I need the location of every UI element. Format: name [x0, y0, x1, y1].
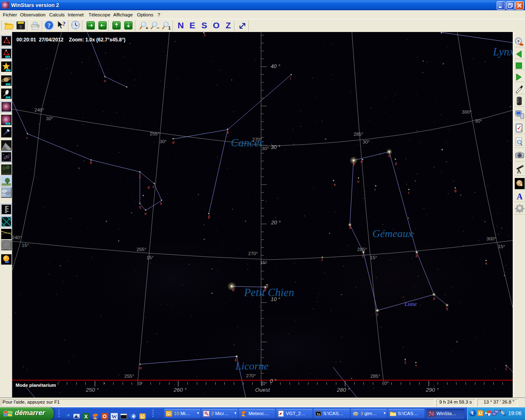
svg-text:α: α: [388, 153, 391, 158]
svg-text:Gémeaux: Gémeaux: [372, 228, 413, 240]
svg-text:Lynx: Lynx: [493, 46, 513, 58]
svg-text:γ: γ: [376, 312, 379, 316]
svg-text:δ: δ: [415, 253, 418, 258]
svg-text:255°: 255°: [124, 374, 134, 379]
svg-text:0 °: 0 °: [270, 378, 276, 384]
svg-text:260 °: 260 °: [173, 387, 187, 393]
svg-text:τ: τ: [408, 190, 409, 195]
svg-text:ρ: ρ: [395, 161, 397, 165]
svg-text:30°: 30°: [46, 116, 53, 121]
svg-text:X: X: [84, 413, 88, 420]
svg-text:240°: 240°: [12, 235, 22, 240]
svg-text:Licorne: Licorne: [235, 360, 269, 372]
svg-text:ι: ι: [26, 135, 27, 140]
svg-text:285°: 285°: [354, 132, 363, 137]
svg-text:ζ: ζ: [505, 366, 507, 371]
svg-text:δ: δ: [349, 225, 351, 230]
svg-text:Lune: Lune: [404, 301, 417, 307]
svg-text:Mode planétarium: Mode planétarium: [16, 383, 56, 388]
svg-text:15°: 15°: [498, 244, 505, 249]
svg-text:κ: κ: [485, 261, 487, 265]
svg-text:θ: θ: [90, 160, 92, 165]
svg-text:15°: 15°: [260, 260, 267, 265]
svg-text:W: W: [112, 413, 117, 420]
svg-text:20 °: 20 °: [271, 219, 281, 226]
svg-text:β: β: [208, 215, 210, 219]
svg-text:270°: 270°: [246, 373, 256, 378]
svg-text:α: α: [139, 365, 142, 370]
svg-text:ε: ε: [153, 184, 154, 189]
svg-text:?: ?: [62, 21, 66, 27]
svg-text:285°: 285°: [357, 247, 367, 252]
svg-text:μ: μ: [433, 296, 435, 300]
svg-text:00:20:01 27/04/2012 Zoom:: 00:20:01 27/04/2012 Zoom: 1.0x (62.7°x45…: [16, 37, 126, 43]
svg-text:σ: σ: [361, 159, 363, 164]
svg-text:λ: λ: [321, 257, 323, 262]
svg-text:285°: 285°: [370, 374, 380, 379]
svg-text:30 °: 30 °: [271, 144, 280, 150]
svg-text:ξ: ξ: [404, 360, 406, 365]
svg-text:250 °: 250 °: [85, 387, 99, 393]
svg-text:ζ: ζ: [362, 253, 364, 258]
svg-text:+: +: [146, 25, 148, 30]
svg-text:15°: 15°: [22, 243, 29, 248]
svg-text:240°: 240°: [34, 107, 44, 112]
svg-text:−: −: [157, 25, 159, 30]
svg-text:o: o: [104, 78, 106, 83]
svg-text:η: η: [446, 306, 448, 310]
svg-text:0°: 0°: [384, 381, 389, 386]
svg-text:15°: 15°: [370, 255, 377, 260]
svg-text:280 °: 280 °: [336, 387, 350, 393]
svg-text:Ouest: Ouest: [255, 387, 270, 393]
svg-text:δ: δ: [160, 201, 162, 205]
svg-text:Cancer: Cancer: [231, 137, 264, 149]
svg-text:θ: θ: [454, 189, 457, 193]
svg-text:255°: 255°: [150, 131, 160, 136]
svg-text:α: α: [232, 288, 235, 292]
svg-text:Petit Chien: Petit Chien: [244, 286, 294, 299]
svg-text:?: ?: [48, 22, 51, 29]
svg-text:300°: 300°: [462, 110, 472, 114]
svg-text:κ: κ: [334, 182, 336, 187]
svg-text:ι: ι: [290, 76, 291, 80]
svg-text:ρ: ρ: [148, 185, 150, 189]
svg-text:270°: 270°: [248, 251, 258, 256]
svg-text:30°: 30°: [160, 139, 167, 144]
svg-text:0°: 0°: [138, 381, 143, 386]
svg-text:7z: 7z: [317, 412, 320, 416]
svg-text:ζ: ζ: [139, 174, 141, 179]
svg-text:η: η: [139, 205, 141, 209]
svg-text:300°: 300°: [486, 236, 496, 241]
svg-text:σ: σ: [144, 211, 147, 216]
svg-text:15°: 15°: [146, 255, 153, 260]
svg-text:λ: λ: [204, 32, 206, 37]
svg-text:40 °: 40 °: [271, 63, 280, 69]
svg-text:0°: 0°: [262, 381, 267, 386]
svg-text:β: β: [353, 162, 355, 166]
svg-text:255°: 255°: [137, 247, 146, 252]
svg-text:α: α: [172, 140, 175, 144]
svg-text:δ: δ: [227, 130, 229, 135]
svg-text:υ: υ: [357, 179, 359, 183]
svg-text:ν: ν: [415, 363, 417, 368]
svg-text:ι: ι: [374, 187, 376, 192]
svg-text:30°: 30°: [363, 139, 370, 144]
svg-text:1: 1: [168, 25, 171, 30]
svg-text:290 °: 290 °: [425, 387, 439, 393]
svg-text:30°: 30°: [475, 119, 482, 123]
